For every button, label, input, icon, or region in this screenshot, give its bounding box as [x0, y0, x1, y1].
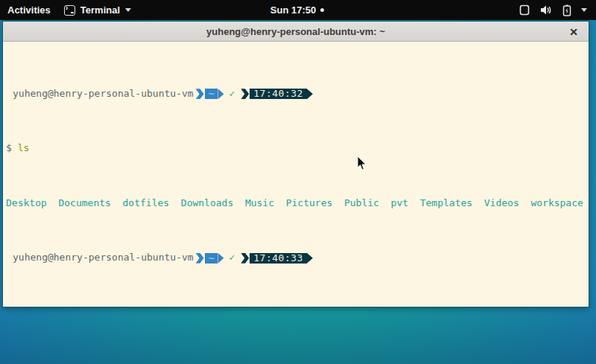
prompt-cwd: ~	[205, 253, 218, 264]
powerline-chevron-icon	[241, 253, 249, 264]
powerline-arrow-icon	[218, 253, 224, 264]
powerline-arrow-icon	[307, 253, 313, 264]
topbar-right	[324, 4, 596, 16]
chevron-down-icon	[581, 8, 587, 12]
prompt-user-host: yuheng@henry-personal-ubuntu-vm	[6, 89, 194, 100]
terminal-app-icon	[64, 5, 75, 16]
command-line: $ ls	[6, 143, 587, 154]
activities-button[interactable]: Activities	[7, 4, 51, 16]
prompt-cwd: ~	[205, 89, 218, 99]
app-menu-label: Terminal	[80, 4, 120, 16]
system-status-area[interactable]	[519, 4, 587, 16]
prompt-time: 17:40:32	[250, 89, 307, 99]
terminal-window: yuheng@henry-personal-ubuntu-vm: ~ ✕ yuh…	[2, 21, 589, 307]
status-check-icon: ✓	[224, 89, 238, 100]
powerline-arrow-icon	[307, 89, 313, 99]
window-titlebar[interactable]: yuheng@henry-personal-ubuntu-vm: ~ ✕	[3, 22, 589, 42]
window-title: yuheng@henry-personal-ubuntu-vm: ~	[3, 26, 589, 37]
command-text: ls	[18, 143, 30, 154]
battery-charging-icon	[562, 4, 571, 16]
volume-icon	[540, 4, 553, 16]
gnome-top-bar: Activities Terminal Sun 17:50	[0, 0, 596, 20]
ls-output: Desktop Documents dotfiles Downloads Mus…	[6, 198, 587, 209]
powerline-arrow-icon	[218, 89, 224, 99]
powerline-chevron-icon	[196, 89, 204, 99]
app-menu-button[interactable]: Terminal	[64, 4, 131, 16]
chevron-down-icon	[125, 8, 131, 12]
powerline-chevron-icon	[241, 89, 249, 99]
display-icon	[519, 4, 530, 16]
prompt-line: yuheng@henry-personal-ubuntu-vm ~ ✓ 17:4…	[6, 89, 587, 100]
topbar-left: Activities Terminal	[0, 4, 270, 16]
powerline-chevron-icon	[196, 253, 204, 264]
prompt-time: 17:40:33	[250, 253, 307, 264]
prompt-user-host: yuheng@henry-personal-ubuntu-vm	[6, 252, 194, 264]
clock-button[interactable]: Sun 17:50	[270, 4, 324, 16]
clock-label: Sun 17:50	[270, 4, 316, 16]
close-button[interactable]: ✕	[569, 22, 578, 42]
status-check-icon: ✓	[224, 252, 238, 264]
terminal-content[interactable]: yuheng@henry-personal-ubuntu-vm ~ ✓ 17:4…	[3, 42, 589, 307]
prompt-symbol: $	[6, 143, 12, 154]
prompt-line: yuheng@henry-personal-ubuntu-vm ~ ✓ 17:4…	[6, 252, 587, 264]
